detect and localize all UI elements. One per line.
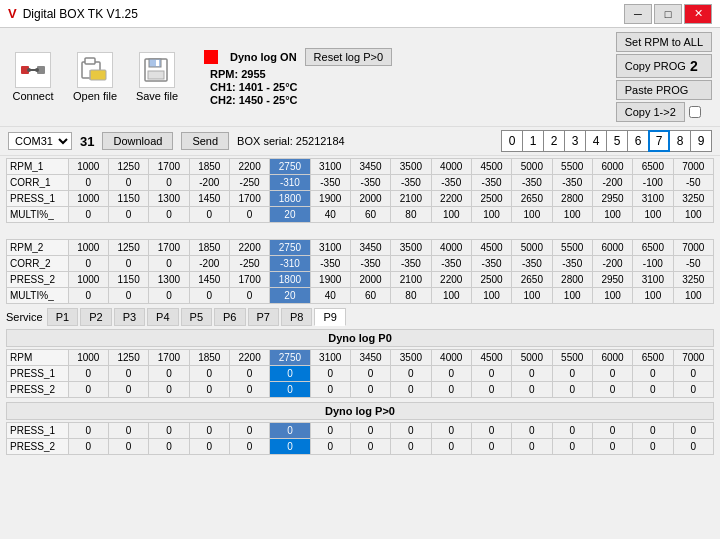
cell[interactable]: 0	[310, 439, 350, 455]
digit-8[interactable]: 8	[669, 130, 691, 152]
cell[interactable]: 1700	[229, 272, 269, 288]
cell[interactable]: 1000	[68, 191, 108, 207]
cell[interactable]: 60	[350, 288, 390, 304]
cell[interactable]: 0	[310, 423, 350, 439]
cell[interactable]: 7000	[673, 350, 713, 366]
cell[interactable]: -100	[633, 256, 673, 272]
cell[interactable]: 2200	[229, 159, 269, 175]
cell[interactable]: 0	[189, 382, 229, 398]
cell[interactable]: -250	[229, 256, 269, 272]
cell[interactable]: 0	[673, 382, 713, 398]
digit-9[interactable]: 9	[690, 130, 712, 152]
reset-log-button[interactable]: Reset log P>0	[305, 48, 392, 66]
cell[interactable]: 0	[149, 439, 189, 455]
cell[interactable]: 0	[512, 382, 552, 398]
service-tab-p3[interactable]: P3	[114, 308, 145, 326]
cell[interactable]: 0	[108, 423, 148, 439]
cell[interactable]: 0	[471, 366, 511, 382]
cell[interactable]: -250	[229, 175, 269, 191]
maximize-button[interactable]: □	[654, 4, 682, 24]
cell[interactable]: 0	[68, 175, 108, 191]
service-tab-p8[interactable]: P8	[281, 308, 312, 326]
set-rpm-button[interactable]: Set RPM to ALL	[616, 32, 712, 52]
cell[interactable]: 1900	[310, 191, 350, 207]
cell[interactable]: 4000	[431, 159, 471, 175]
cell[interactable]: 2750	[270, 240, 310, 256]
cell[interactable]: 4500	[471, 159, 511, 175]
cell[interactable]: 0	[189, 207, 229, 223]
cell[interactable]: 1700	[149, 240, 189, 256]
cell[interactable]: -350	[350, 175, 390, 191]
cell[interactable]: 0	[229, 423, 269, 439]
cell[interactable]: 1850	[189, 350, 229, 366]
cell[interactable]: 0	[310, 382, 350, 398]
cell[interactable]: 3500	[391, 240, 431, 256]
cell[interactable]: -200	[592, 175, 632, 191]
cell[interactable]: 0	[229, 207, 269, 223]
cell[interactable]: 0	[350, 382, 390, 398]
copy-1-2-checkbox[interactable]	[689, 106, 701, 118]
cell[interactable]: 0	[270, 423, 310, 439]
cell[interactable]: -350	[471, 256, 511, 272]
cell[interactable]: -350	[471, 175, 511, 191]
cell[interactable]: 0	[68, 423, 108, 439]
cell[interactable]: 1000	[68, 272, 108, 288]
cell[interactable]: 3250	[673, 272, 713, 288]
cell[interactable]: 100	[552, 207, 592, 223]
cell[interactable]: 0	[149, 382, 189, 398]
cell[interactable]: 7000	[673, 159, 713, 175]
cell[interactable]: 0	[68, 288, 108, 304]
cell[interactable]: 3500	[391, 350, 431, 366]
cell[interactable]: 1700	[229, 191, 269, 207]
cell[interactable]: 2750	[270, 159, 310, 175]
cell[interactable]: 2000	[350, 272, 390, 288]
cell[interactable]: 2000	[350, 191, 390, 207]
cell[interactable]: 0	[108, 256, 148, 272]
cell[interactable]: -350	[431, 256, 471, 272]
com-port-select[interactable]: COM31	[8, 132, 72, 150]
cell[interactable]: 0	[149, 256, 189, 272]
cell[interactable]: 6500	[633, 350, 673, 366]
cell[interactable]: 1150	[108, 191, 148, 207]
cell[interactable]: 0	[391, 439, 431, 455]
cell[interactable]: 3450	[350, 240, 390, 256]
cell[interactable]: 6500	[633, 240, 673, 256]
cell[interactable]: 40	[310, 288, 350, 304]
cell[interactable]: 0	[229, 366, 269, 382]
cell[interactable]: 0	[592, 366, 632, 382]
cell[interactable]: 0	[633, 366, 673, 382]
cell[interactable]: 1300	[149, 191, 189, 207]
cell[interactable]: 1250	[108, 159, 148, 175]
cell[interactable]: 20	[270, 207, 310, 223]
cell[interactable]: 60	[350, 207, 390, 223]
cell[interactable]: 2200	[229, 350, 269, 366]
service-tab-p4[interactable]: P4	[147, 308, 178, 326]
cell[interactable]: 100	[592, 207, 632, 223]
cell[interactable]: 0	[108, 207, 148, 223]
cell[interactable]: 3100	[633, 272, 673, 288]
cell[interactable]: 0	[189, 439, 229, 455]
cell[interactable]: 1850	[189, 240, 229, 256]
cell[interactable]: 0	[633, 382, 673, 398]
digit-5[interactable]: 5	[606, 130, 628, 152]
cell[interactable]: 2800	[552, 272, 592, 288]
cell[interactable]: 0	[673, 439, 713, 455]
cell[interactable]: 0	[552, 423, 592, 439]
cell[interactable]: 100	[471, 207, 511, 223]
cell[interactable]: 0	[68, 439, 108, 455]
cell[interactable]: 1000	[68, 159, 108, 175]
cell[interactable]: 100	[471, 288, 511, 304]
cell[interactable]: 5500	[552, 350, 592, 366]
cell[interactable]: 0	[391, 382, 431, 398]
cell[interactable]: 0	[633, 439, 673, 455]
cell[interactable]: 1250	[108, 240, 148, 256]
digit-6[interactable]: 6	[627, 130, 649, 152]
cell[interactable]: 4000	[431, 240, 471, 256]
cell[interactable]: 100	[673, 288, 713, 304]
cell[interactable]: 0	[108, 288, 148, 304]
cell[interactable]: 3450	[350, 159, 390, 175]
cell[interactable]: 0	[391, 423, 431, 439]
cell[interactable]: 5500	[552, 240, 592, 256]
connect-button[interactable]: Connect	[8, 52, 58, 102]
cell[interactable]: 2500	[471, 272, 511, 288]
